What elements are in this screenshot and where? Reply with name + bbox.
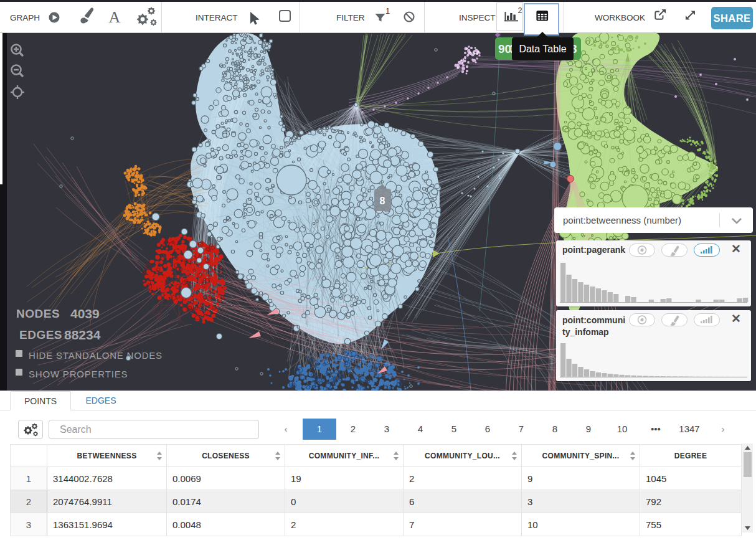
svg-text:1: 1 [385, 6, 390, 16]
svg-text:NODES: NODES [16, 307, 60, 320]
svg-text:SHOW PROPERTIES: SHOW PROPERTIES [29, 369, 128, 379]
svg-text:2: 2 [518, 6, 522, 15]
svg-text:A: A [109, 8, 121, 26]
svg-text:HIDE STANDALONE NODES: HIDE STANDALONE NODES [29, 350, 163, 361]
svg-text:8: 8 [380, 196, 385, 206]
svg-text:EDGES: EDGES [19, 328, 62, 341]
svg-text:4039: 4039 [70, 306, 100, 321]
svg-text:88234: 88234 [64, 328, 101, 342]
